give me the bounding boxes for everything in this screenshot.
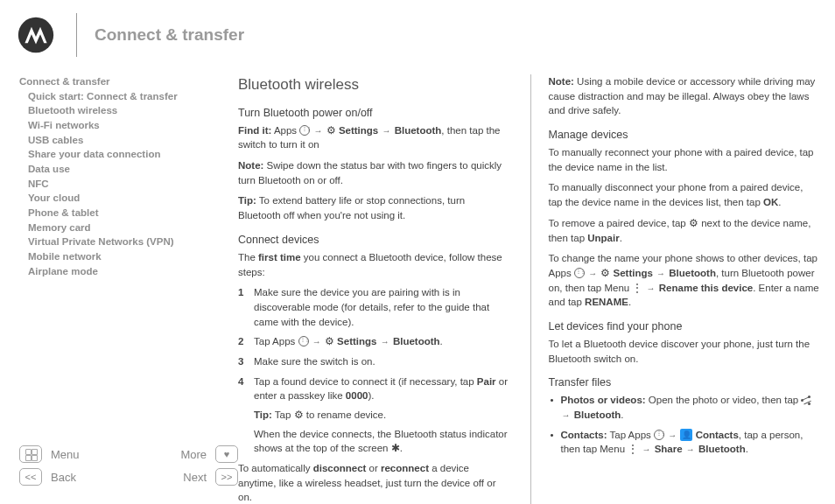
arrow-icon: → [312,337,322,346]
toc-item[interactable]: Quick start: Connect & transfer [19,89,238,104]
list-item: Photos or videos: Open the photo or vide… [549,393,820,422]
text: Make sure the device you are pairing wit… [254,287,489,326]
back-button[interactable]: << Back [19,468,76,486]
steps-list: Make sure the device you are pairing wit… [238,285,509,456]
text: reconnect [381,463,429,473]
prev-icon: << [19,468,42,486]
title-divider: Connect & transfer [76,13,244,57]
paragraph: To automatically disconnect or reconnect… [238,461,509,504]
toc-item[interactable]: Airplane mode [19,264,238,279]
text: first time [258,252,301,262]
text: Tap a found device to connect it (if nec… [254,376,477,387]
arrow-icon: → [646,284,656,293]
arrow-icon: → [313,126,324,136]
toc-item[interactable]: NFC [19,177,238,192]
text: Bluetooth [669,268,716,278]
menu-dots-icon: ⋮ [628,444,638,454]
nav-label: More [180,448,207,461]
tip-label: Tip: [238,195,256,206]
note-label: Note: [238,160,263,171]
toc-item[interactable]: Your cloud [19,191,238,206]
text: Settings [336,125,379,136]
step-item: Tap Apps → ⚙ Settings → Bluetooth. [238,334,509,349]
toc-item[interactable]: Wi-Fi networks [19,118,238,133]
text: . [778,197,781,207]
text: Contacts [692,430,738,440]
toc-item[interactable]: Memory card [19,220,238,235]
text: Bluetooth [698,444,746,454]
text: Rename this device [659,283,753,293]
note-label: Note: [549,76,574,87]
apps-icon [574,268,585,278]
toc-item[interactable]: Mobile network [19,249,238,264]
toc-item[interactable]: USB cables [19,133,238,148]
nav-row: << Back >> Next [19,468,238,486]
text: to rename device. [304,410,387,420]
step-item: Tap a found device to connect it (if nec… [238,374,509,456]
arrow-icon: → [685,444,696,454]
subsection-heading: Transfer files [549,374,820,390]
toc-item[interactable]: Data use [19,162,238,177]
paragraph: To manually disconnect your phone from a… [549,180,820,209]
text: Settings [610,268,653,278]
text: OK [763,197,778,207]
menu-dots-icon: ⋮ [632,283,642,293]
gear-icon: ⚙ [689,218,698,228]
text: Pair [477,376,496,387]
tip-label: Tip: [254,410,272,420]
text: . [621,410,623,420]
menu-button[interactable]: Menu [19,445,80,463]
toc-sidebar: Connect & transfer Quick start: Connect … [19,74,238,504]
share-icon [801,395,812,406]
paragraph: To change the name your phone shows to o… [549,251,820,310]
paragraph: To remove a paired device, tap ⚙ next to… [549,216,820,245]
text: Swipe down the status bar with two finge… [238,160,502,186]
gear-icon: ⚙ [600,268,610,278]
text: The [238,252,258,262]
gear-icon: ⚙ [294,410,304,420]
text: or [366,463,381,473]
bullet-list: Photos or videos: Open the photo or vide… [549,393,820,457]
next-icon: >> [215,468,238,486]
arrow-icon: → [641,444,651,454]
section-heading: Bluetooth wireless [238,74,509,96]
nav-label: Next [183,471,207,484]
label: Photos or videos: [561,395,646,405]
apps-icon [654,430,664,440]
subsection-heading: Let devices find your phone [549,318,820,334]
text: To extend battery life or stop connectio… [238,195,465,220]
subsection-heading: Turn Bluetooth power on/off [238,105,509,121]
heart-icon: ♥ [215,445,238,463]
tip-line: Tip: To extend battery life or stop conn… [238,193,509,222]
text: Make sure the switch is on. [254,356,375,367]
nav-row: Menu ♥ More [19,445,238,463]
gear-icon: ⚙ [325,336,334,346]
next-button[interactable]: >> Next [183,468,238,486]
toc-title[interactable]: Connect & transfer [19,74,238,89]
grid-icon [19,445,42,463]
bluetooth-icon: ✱ [391,443,400,453]
text: Open the photo or video, then tap [646,395,802,405]
sub-tip: Tip: Tap ⚙ to rename device. [254,408,509,423]
findit-label: Find it: [238,125,271,136]
text: ). [368,390,374,401]
arrow-icon: → [587,269,598,278]
label: Contacts: [561,430,607,440]
text: Bluetooth [395,125,442,136]
paragraph: To manually reconnect your phone with a … [549,145,820,174]
toc-item[interactable]: Virtual Private Networks (VPN) [19,234,238,249]
list-item: Contacts: Tap Apps → Contacts, tap a per… [549,428,820,457]
contacts-icon [680,429,692,441]
toc-item[interactable]: Phone & tablet [19,206,238,220]
text: RENAME [585,297,628,307]
text: Unpair [587,233,619,243]
more-button[interactable]: ♥ More [180,445,238,463]
toc-item[interactable]: Bluetooth wireless [19,103,238,118]
column-left: Bluetooth wireless Turn Bluetooth power … [238,74,509,504]
header: Connect & transfer [0,0,835,66]
column-right: Note: Using a mobile device or accessory… [530,74,820,504]
arrow-icon: → [381,126,391,136]
toc-item[interactable]: Share your data connection [19,147,238,162]
note-line: Note: Swipe down the status bar with two… [238,158,509,187]
text: Bluetooth [393,336,440,346]
